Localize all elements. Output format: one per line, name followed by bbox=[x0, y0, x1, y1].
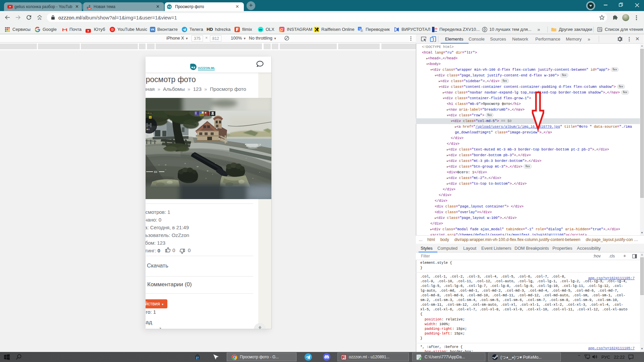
svg-text:CMS: CMS bbox=[88, 8, 91, 9]
svg-text:文: 文 bbox=[361, 29, 363, 32]
svg-text:VK: VK bbox=[151, 28, 155, 31]
svg-text:kw: kw bbox=[435, 30, 437, 32]
svg-text:olx: olx bbox=[259, 28, 262, 31]
